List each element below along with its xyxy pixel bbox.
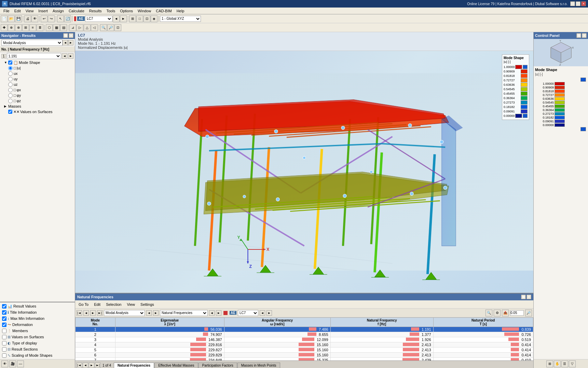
menu-assign[interactable]: Assign — [51, 9, 66, 13]
print-btn[interactable]: 🖨 — [24, 15, 31, 22]
bp-freq-prev[interactable]: ◄ — [209, 310, 215, 316]
next-lc[interactable]: ► — [120, 15, 127, 22]
nav-values-surfaces[interactable]: ✕✕ Values on Surfaces — [0, 109, 75, 114]
tb2-4[interactable]: ⊞ — [22, 24, 29, 31]
tab-nav-next[interactable]: ► — [89, 363, 94, 368]
minimize-button[interactable]: — — [570, 1, 575, 6]
tb2-12[interactable]: △ — [84, 24, 91, 31]
menu-cad-bim[interactable]: CAD-BIM — [154, 9, 174, 13]
nav-result-values[interactable]: 📊 Result Values — [0, 303, 75, 309]
nav-close-btn[interactable]: × — [69, 33, 73, 38]
nav-scaling-mode[interactable]: ⤡ Scaling of Mode Shapes — [0, 352, 75, 358]
tab-nav-first[interactable]: |◄ — [77, 363, 82, 368]
menu-options[interactable]: Options — [118, 9, 135, 13]
result-sections-check[interactable] — [2, 347, 6, 352]
bp-lc-select[interactable]: LC7 — [238, 310, 258, 316]
orientation-cube[interactable]: Y X Z — [534, 39, 588, 66]
cp-hand-btn[interactable]: ✋ — [554, 360, 561, 367]
table-container[interactable]: ModeNo. Eigenvalueλ [1/s²] Angular Frequ… — [75, 317, 533, 360]
nav-next[interactable]: ► — [68, 40, 73, 45]
tab-participation-factors[interactable]: Participation Factors — [199, 363, 237, 368]
radio-u-abs[interactable] — [8, 66, 13, 70]
nav-uy[interactable]: uy — [0, 76, 75, 82]
tb2-1[interactable]: ✚ — [1, 24, 8, 31]
bp-view[interactable]: View — [125, 302, 137, 307]
mode-shape-checkbox[interactable] — [8, 60, 12, 65]
tb2-7[interactable]: ⬡ — [46, 24, 53, 31]
bp-edit[interactable]: Edit — [92, 302, 102, 307]
members-check[interactable] — [2, 329, 6, 333]
tab-nav-last[interactable]: ►| — [95, 363, 100, 368]
nav-values-surfaces-bottom[interactable]: ⊞ Values on Surfaces — [0, 334, 75, 340]
values-surfaces-checkbox[interactable] — [8, 110, 12, 114]
nav-title-info[interactable]: ℹ Title Information — [0, 309, 75, 315]
new-btn[interactable]: 📄 — [1, 15, 8, 22]
cp-float-btn[interactable]: ⧉ — [576, 33, 581, 38]
menu-view[interactable]: View — [24, 9, 36, 13]
open-btn[interactable]: 📂 — [8, 15, 15, 22]
menu-help[interactable]: Help — [175, 9, 187, 13]
tb2-2[interactable]: ⊕ — [8, 24, 15, 31]
viewport-canvas[interactable]: X Y Z Mode Shape |u| [-] — [75, 51, 533, 293]
nav-deformation[interactable]: 〜 Deformation — [0, 322, 75, 328]
nav-section-combo[interactable]: Modal Analysis ◄ ► — [0, 39, 75, 47]
bp-selection[interactable]: Selection — [104, 302, 123, 307]
view-front[interactable]: □ — [136, 15, 143, 22]
window-controls[interactable]: — □ × — [570, 1, 586, 6]
table-row[interactable]: 3 146.387 12.099 1.926 0.519 — [76, 337, 533, 342]
close-button[interactable]: × — [581, 1, 586, 6]
bp-analysis-select[interactable]: Modal Analysis — [104, 310, 145, 316]
nav-footer-btn2[interactable]: 🎥 — [9, 360, 16, 367]
nav-footer-btn1[interactable]: 👁 — [1, 360, 8, 367]
scaling-mode-check[interactable] — [2, 353, 6, 358]
nav-result-sections[interactable]: ⊟ Result Sections — [0, 346, 75, 352]
bp-freq-select[interactable]: Natural Frequencies — [160, 310, 208, 316]
prev-lc[interactable]: ◄ — [113, 15, 120, 22]
bp-filter-icon[interactable]: 🔍 — [486, 310, 492, 316]
nav-max-min[interactable]: ↕ Max Min Information — [0, 315, 75, 322]
bp-nav-prev[interactable]: ◄ — [83, 310, 89, 316]
values-surfaces-bottom-check[interactable] — [2, 335, 6, 339]
bp-nav-last[interactable]: ►| — [97, 310, 102, 316]
table-row[interactable]: 7 234.848 15.325 2.439 0.410 — [76, 358, 533, 361]
axis-select[interactable]: 1 - Global XYZ — [160, 16, 201, 22]
tb2-11[interactable]: ▷ — [77, 24, 83, 31]
bp-nav-next[interactable]: ► — [90, 310, 96, 316]
undo-btn[interactable]: ↩ — [41, 15, 47, 22]
nav-u-abs[interactable]: □ |u| — [0, 65, 75, 71]
tb2-10[interactable]: ⊿ — [69, 24, 76, 31]
bp-lc-next[interactable]: ► — [266, 310, 272, 316]
title-info-check[interactable] — [2, 310, 6, 315]
mode-frequency-select[interactable]: 1.191 — [7, 53, 61, 59]
menu-results[interactable]: Results — [87, 9, 104, 13]
tab-effective-modal-masses[interactable]: Effective Modal Masses — [154, 363, 198, 368]
nav-phiy[interactable]: □ φy — [0, 93, 75, 98]
bp-lc-prev[interactable]: ◄ — [260, 310, 265, 316]
radio-ux[interactable] — [8, 71, 13, 76]
analysis-dropdown[interactable]: Modal Analysis — [1, 40, 63, 46]
viewport[interactable]: LC7 Modal Analysis Mode No. 1 - 1.191 Hz… — [75, 32, 533, 293]
radio-phix[interactable] — [8, 88, 13, 92]
tb2-14[interactable]: 🔍 — [100, 24, 107, 31]
menu-edit[interactable]: Edit — [12, 9, 23, 13]
bp-settings-icon[interactable]: ⚙ — [494, 310, 501, 316]
tb2-6[interactable]: ≣ — [37, 24, 43, 31]
view-all[interactable]: ⊞ — [129, 15, 136, 22]
menu-insert[interactable]: Insert — [36, 9, 50, 13]
radio-phiy[interactable] — [8, 93, 13, 98]
rotate-btn[interactable]: 🔄 — [64, 15, 71, 22]
table-row[interactable]: 6 229.829 15.160 2.413 0.414 — [76, 353, 533, 358]
tab-masses-mesh-points[interactable]: Masses in Mesh Points — [237, 363, 280, 368]
mode-next[interactable]: ► — [68, 53, 73, 59]
table-row[interactable]: 5 229.827 15.160 2.413 0.414 — [76, 347, 533, 353]
cp-funnel-btn[interactable]: ▽ — [569, 360, 576, 367]
save-btn[interactable]: 💾 — [15, 15, 22, 22]
bp-analysis-next[interactable]: ► — [153, 310, 159, 316]
nav-prev[interactable]: ◄ — [63, 40, 68, 45]
view-top[interactable]: ⊡ — [143, 15, 150, 22]
print-preview-btn[interactable]: 👁 — [31, 15, 38, 22]
bottom-panel-close-btn[interactable]: × — [527, 295, 531, 299]
bottom-panel-expand-btn[interactable]: ⧉ — [521, 295, 526, 299]
bp-freq-next[interactable]: ► — [216, 310, 221, 316]
redo-btn[interactable]: ↪ — [48, 15, 55, 22]
